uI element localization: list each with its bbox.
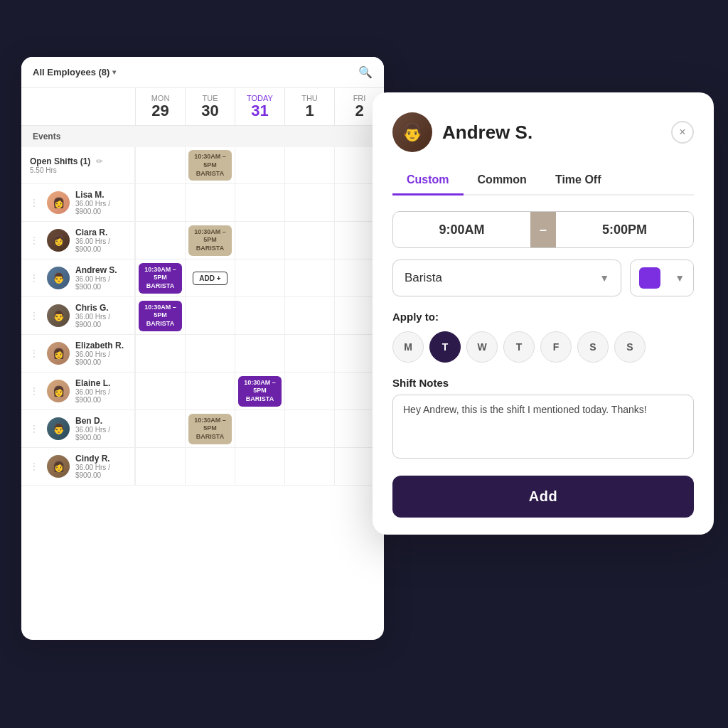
emp-label-chris: ⋮ 👨 Chris G. 36.00 Hrs / $900.00 (21, 297, 135, 334)
andrew-mon-shift: 10:30AM – 5PMBARISTA (135, 259, 185, 296)
chris-mon-shift: 10:30AM – 5PMBARISTA (135, 297, 185, 334)
day-btn-tue[interactable]: T (429, 331, 461, 363)
elaine-shift-block[interactable]: 10:30AM – 5PMBARISTA (238, 376, 282, 407)
employee-filter-label: All Employees (8) (33, 67, 109, 77)
role-dropdown[interactable]: Barista ▼ (392, 259, 621, 296)
avatar-elaine: 👩 (47, 380, 70, 402)
andrew-shift-mon[interactable]: 10:30AM – 5PMBARISTA (139, 263, 182, 294)
day-header-today: TODAY 31 (235, 88, 284, 125)
days-header: MON 29 TUE 30 TODAY 31 THU 1 FRI 2 (21, 88, 384, 126)
ben-shift-block[interactable]: 10:30AM – 5PMBARISTA (188, 414, 232, 444)
elaine-today-shift: 10:30AM – 5PMBARISTA (235, 373, 284, 410)
day-btn-fri[interactable]: F (540, 331, 572, 363)
avatar-lisa: 👩 (47, 191, 70, 214)
time-end-field[interactable]: 5:00PM (556, 212, 693, 247)
drag-handle-icon[interactable]: ⋮ (30, 348, 38, 358)
emp-sub-andrew: 36.00 Hrs / $900.00 (75, 275, 126, 291)
modal-header: 👨 Andrew S. × (392, 112, 694, 152)
drag-handle-icon[interactable]: ⋮ (30, 424, 38, 434)
notes-textarea[interactable]: Hey Andrew, this is the shift I mentione… (392, 395, 694, 459)
employee-filter[interactable]: All Employees (8) ▾ (33, 67, 116, 77)
add-shift-button[interactable]: ADD + (193, 272, 227, 285)
chris-shift-mon[interactable]: 10:30AM – 5PMBARISTA (139, 301, 182, 331)
add-shift-submit-button[interactable]: Add (392, 476, 694, 518)
avatar-chris: 👨 (47, 304, 70, 327)
avatar-elizabeth: 👩 (47, 342, 70, 365)
avatar-ben: 👨 (47, 417, 70, 440)
color-dropdown[interactable]: ▼ (630, 259, 694, 296)
time-separator: – (530, 212, 556, 247)
emp-label-lisa: ⋮ 👩 Lisa M. 36.00 Hrs / $900.00 (21, 184, 135, 221)
day-header-tue: TUE 30 (185, 88, 235, 125)
modal-close-button[interactable]: × (671, 121, 694, 144)
chevron-down-icon: ▾ (112, 68, 116, 76)
day-header-thu: THU 1 (284, 88, 334, 125)
events-section: Events (21, 126, 384, 147)
open-shift-tue-block[interactable]: 10:30AM – 5PMBARISTA (188, 150, 232, 181)
day-btn-thu[interactable]: T (503, 331, 535, 363)
tab-time-off[interactable]: Time Off (541, 166, 616, 196)
open-shifts-label: Open Shifts (1) ✏ 5.50 Hrs (21, 147, 135, 183)
emp-row-elizabeth: ⋮ 👩 Elizabeth R. 36.00 Hrs / $900.00 (21, 335, 384, 373)
edit-icon[interactable]: ✏ (96, 156, 103, 166)
time-start-field[interactable]: 9:00AM (393, 212, 530, 247)
calendar-header: All Employees (8) ▾ 🔍 (21, 57, 384, 88)
emp-label-elizabeth: ⋮ 👩 Elizabeth R. 36.00 Hrs / $900.00 (21, 335, 135, 372)
emp-row-elaine: ⋮ 👩 Elaine L. 36.00 Hrs / $900.00 10:30A… (21, 373, 384, 410)
tab-custom[interactable]: Custom (392, 166, 464, 196)
emp-row-andrew: ⋮ 👨 Andrew S. 36.00 Hrs / $900.00 10:30A… (21, 259, 384, 297)
open-shift-thu (284, 147, 334, 183)
search-icon[interactable]: 🔍 (358, 65, 373, 79)
emp-label-ben: ⋮ 👨 Ben D. 36.00 Hrs / $900.00 (21, 410, 135, 447)
day-num-mon: 29 (140, 102, 181, 119)
day-btn-mon[interactable]: M (392, 331, 424, 363)
emp-name-andrew: Andrew S. (75, 265, 126, 275)
day-buttons-row: M T W T F S S (392, 331, 694, 363)
ben-tue-shift: 10:30AM – 5PMBARISTA (185, 410, 235, 447)
andrew-tue-cell[interactable]: ADD + (185, 259, 235, 296)
emp-sub-ciara: 36.00 Hrs / $900.00 (75, 237, 126, 253)
shift-modal: 👨 Andrew S. × Custom Common Time Off 9:0… (373, 92, 714, 535)
drag-handle-icon[interactable]: ⋮ (30, 198, 38, 208)
drag-handle-icon[interactable]: ⋮ (30, 311, 38, 321)
notes-label: Shift Notes (392, 377, 694, 389)
day-header-empty (21, 88, 135, 125)
tab-common[interactable]: Common (464, 166, 541, 196)
day-btn-wed[interactable]: W (466, 331, 498, 363)
emp-sub-lisa: 36.00 Hrs / $900.00 (75, 200, 126, 215)
emp-row-ciara: ⋮ 👩 Ciara R. 36.00 Hrs / $900.00 10:30AM… (21, 222, 384, 259)
close-icon: × (679, 126, 685, 139)
emp-label-andrew: ⋮ 👨 Andrew S. 36.00 Hrs / $900.00 (21, 259, 135, 296)
chevron-down-icon: ▼ (599, 272, 609, 284)
time-range-row: 9:00AM – 5:00PM (392, 211, 694, 248)
open-shift-mon (135, 147, 185, 183)
day-btn-sun[interactable]: S (614, 331, 646, 363)
emp-sub-chris: 36.00 Hrs / $900.00 (75, 313, 126, 328)
modal-tabs: Custom Common Time Off (392, 166, 694, 196)
ciara-tue-shift: 10:30AM – 5PMBARISTA (185, 222, 235, 259)
drag-handle-icon[interactable]: ⋮ (30, 235, 38, 245)
emp-label-ciara: ⋮ 👩 Ciara R. 36.00 Hrs / $900.00 (21, 222, 135, 259)
emp-name-lisa: Lisa M. (75, 190, 126, 200)
emp-name-cindy: Cindy R. (75, 454, 126, 464)
day-num-today: 31 (240, 102, 280, 119)
open-shift-today (235, 147, 284, 183)
day-btn-sat[interactable]: S (577, 331, 609, 363)
drag-handle-icon[interactable]: ⋮ (30, 273, 38, 283)
day-num-thu: 1 (289, 102, 330, 119)
emp-name-chris: Chris G. (75, 303, 126, 313)
calendar-card: All Employees (8) ▾ 🔍 MON 29 TUE 30 TODA… (21, 57, 384, 640)
drag-handle-icon[interactable]: ⋮ (30, 386, 38, 396)
ciara-shift-block[interactable]: 10:30AM – 5PMBARISTA (188, 225, 232, 256)
day-header-mon: MON 29 (135, 88, 185, 125)
apply-to-label: Apply to: (392, 311, 694, 323)
emp-sub-elaine: 36.00 Hrs / $900.00 (75, 388, 126, 404)
emp-sub-cindy: 36.00 Hrs / $900.00 (75, 464, 126, 479)
emp-name-ciara: Ciara R. (75, 228, 126, 237)
avatar-ciara: 👩 (47, 229, 70, 252)
emp-name-ben: Ben D. (75, 416, 126, 426)
drag-handle-icon[interactable]: ⋮ (30, 461, 38, 471)
avatar-andrew: 👨 (47, 267, 70, 289)
role-label: Barista (405, 271, 442, 285)
avatar-cindy: 👩 (47, 455, 70, 478)
